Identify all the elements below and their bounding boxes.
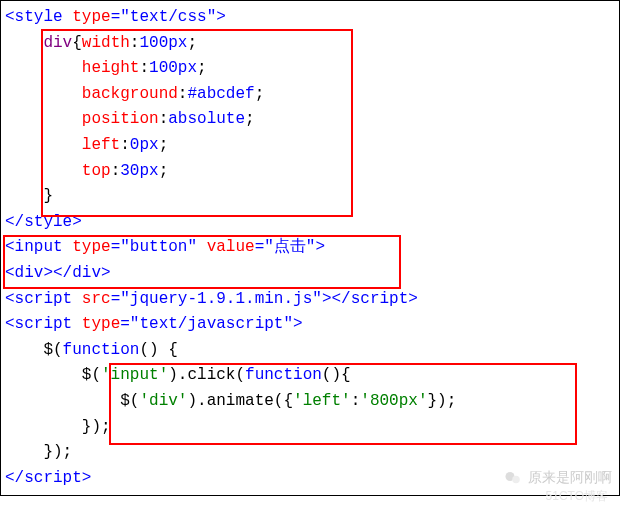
wechat-icon: [504, 469, 522, 487]
code-line-5: position:absolute;: [5, 107, 615, 133]
code-line-15: $('input').click(function(){: [5, 363, 615, 389]
watermark-text: 原来是阿刚啊: [528, 469, 612, 487]
code-line-17: });: [5, 415, 615, 441]
code-line-6: left:0px;: [5, 133, 615, 159]
code-line-14: $(function() {: [5, 338, 615, 364]
svg-point-1: [512, 476, 520, 484]
code-line-16: $('div').animate({'left':'800px'});: [5, 389, 615, 415]
code-line-2: div{width:100px;: [5, 31, 615, 57]
code-line-12: <script src="jquery-1.9.1.min.js"></scri…: [5, 287, 615, 313]
code-line-1: <style type="text/css">: [5, 5, 615, 31]
code-line-8: }: [5, 184, 615, 210]
watermark: 原来是阿刚啊: [504, 469, 612, 487]
watermark-secondary: 51CTO博客: [546, 488, 608, 505]
code-line-9: </style>: [5, 210, 615, 236]
code-line-18: });: [5, 440, 615, 466]
code-block: <style type="text/css"> div{width:100px;…: [0, 0, 620, 496]
code-line-3: height:100px;: [5, 56, 615, 82]
code-line-11: <div></div>: [5, 261, 615, 287]
code-line-7: top:30px;: [5, 159, 615, 185]
code-line-4: background:#abcdef;: [5, 82, 615, 108]
code-line-13: <script type="text/javascript">: [5, 312, 615, 338]
code-line-10: <input type="button" value="点击">: [5, 235, 615, 261]
